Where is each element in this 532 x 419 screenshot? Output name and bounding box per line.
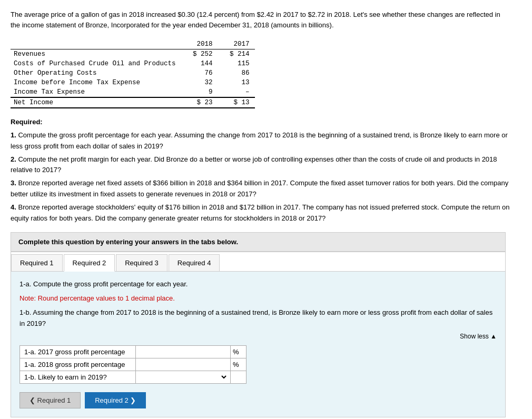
table-row: Costs of Purchased Crude Oil and Product… xyxy=(11,59,255,68)
intro-paragraph: The average price of a gallon of gas in … xyxy=(11,9,506,30)
row-val-net-income-2017: $ 13 xyxy=(218,97,255,108)
bottom-nav: ❮ Required 1 Required 2 ❯ xyxy=(19,392,497,408)
row-label-tax-expense: Income Tax Expense xyxy=(11,87,181,97)
row-val-tax-2018: 9 xyxy=(181,87,218,97)
row-val-income-before-tax-2018: 32 xyxy=(181,78,218,87)
row-val-revenues-2017: $ 214 xyxy=(218,49,255,59)
tab-required2[interactable]: Required 2 xyxy=(64,254,115,272)
prev-button[interactable]: ❮ Required 1 xyxy=(19,392,81,408)
input-row-2018-gp: 1-a. 2018 gross profit percentage % xyxy=(20,358,247,371)
label-likely: 1-b. Likely to earn in 2019? xyxy=(20,371,136,383)
row-label-net-income: Net Income xyxy=(11,97,181,108)
instruction-line1: 1-a. Compute the gross profit percentage… xyxy=(19,279,497,290)
row-val-other-ops-2017: 86 xyxy=(218,68,255,78)
show-less[interactable]: Show less ▲ xyxy=(19,333,497,340)
required-item-4: 4. Bronze reported average stockholders'… xyxy=(11,202,516,224)
label-2018-gp: 1-a. 2018 gross profit percentage xyxy=(20,358,136,371)
row-val-crude-2018: 144 xyxy=(181,59,218,68)
input-2018-gp[interactable] xyxy=(136,358,231,371)
select-likely[interactable]: More Less xyxy=(138,373,228,382)
text-field-2017-gp[interactable] xyxy=(138,347,222,357)
next-button[interactable]: Required 2 ❯ xyxy=(85,392,146,408)
complete-box: Complete this question by entering your … xyxy=(11,232,506,252)
required-item-1: 1. Compute the gross profit percentage f… xyxy=(11,130,516,152)
row-val-other-ops-2018: 76 xyxy=(181,68,218,78)
row-val-net-income-2018: $ 23 xyxy=(181,97,218,108)
required-section: Required: 1. Compute the gross profit pe… xyxy=(11,118,521,224)
tab-content: 1-a. Compute the gross profit percentage… xyxy=(11,272,505,416)
text-field-2018-gp[interactable] xyxy=(138,360,222,370)
row-label-crude: Costs of Purchased Crude Oil and Product… xyxy=(11,59,181,68)
row-label-other-ops: Other Operating Costs xyxy=(11,68,181,78)
row-val-income-before-tax-2017: 13 xyxy=(218,78,255,87)
tabs-bar: Required 1 Required 2 Required 3 Require… xyxy=(11,252,505,272)
table-row: Income before Income Tax Expense 32 13 xyxy=(11,78,255,87)
table-row: Revenues $ 252 $ 214 xyxy=(11,49,255,59)
tab-required1[interactable]: Required 1 xyxy=(11,254,63,271)
required-title: Required: xyxy=(11,118,521,126)
table-row: Other Operating Costs 76 86 xyxy=(11,68,255,78)
dropdown-likely[interactable]: More Less xyxy=(136,371,231,383)
input-2017-gp[interactable] xyxy=(136,345,231,358)
unit-2018-gp: % xyxy=(231,358,247,371)
tabs-container: Required 1 Required 2 Required 3 Require… xyxy=(11,252,506,417)
financial-table: 2018 2017 Revenues $ 252 $ 214 Costs of … xyxy=(11,39,255,108)
row-label-income-before-tax: Income before Income Tax Expense xyxy=(11,78,181,87)
unit-2017-gp: % xyxy=(231,345,247,358)
required-item-3: 3. Bronze reported average net fixed ass… xyxy=(11,178,516,200)
instruction-note: Note: Round percentage values to 1 decim… xyxy=(19,293,497,304)
net-income-row: Net Income $ 23 $ 13 xyxy=(11,97,255,108)
col-header-2018: 2018 xyxy=(181,39,218,49)
row-val-revenues-2018: $ 252 xyxy=(181,49,218,59)
col-header-2017: 2017 xyxy=(218,39,255,49)
required-items: 1. Compute the gross profit percentage f… xyxy=(11,130,516,224)
input-row-likely: 1-b. Likely to earn in 2019? More Less xyxy=(20,371,247,383)
row-val-crude-2017: 115 xyxy=(218,59,255,68)
instruction-line2: 1-b. Assuming the change from 2017 to 20… xyxy=(19,307,497,330)
row-val-tax-2017: – xyxy=(218,87,255,97)
input-row-2017-gp: 1-a. 2017 gross profit percentage % xyxy=(20,345,247,358)
row-label-revenues: Revenues xyxy=(11,49,181,59)
tab-required3[interactable]: Required 3 xyxy=(116,254,168,271)
label-2017-gp: 1-a. 2017 gross profit percentage xyxy=(20,345,136,358)
required-item-2: 2. Compute the net profit margin for eac… xyxy=(11,154,516,176)
table-row: Income Tax Expense 9 – xyxy=(11,87,255,97)
input-table: 1-a. 2017 gross profit percentage % 1-a.… xyxy=(19,345,247,384)
tab-required4[interactable]: Required 4 xyxy=(169,254,220,271)
